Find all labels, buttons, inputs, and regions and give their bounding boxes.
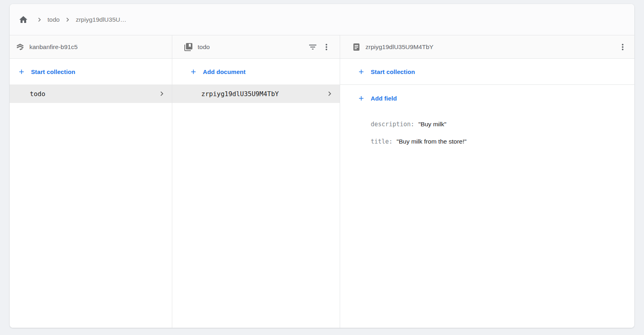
add-document-label: Add document: [203, 68, 246, 75]
document-icon: [351, 42, 361, 52]
database-panel: kanbanfire-b91c5 Start collection todo: [10, 35, 172, 328]
collection-title: todo: [198, 43, 210, 51]
field-name: description:: [371, 121, 414, 128]
field-row-description[interactable]: description: "Buy milk": [371, 115, 625, 133]
filter-icon[interactable]: [306, 40, 320, 54]
breadcrumb-item-document[interactable]: zrpiyg19dlU35U…: [76, 16, 126, 23]
more-vert-icon[interactable]: [616, 40, 630, 54]
more-vert-icon[interactable]: [320, 40, 333, 54]
add-field-label: Add field: [371, 95, 397, 102]
document-panel-header: zrpiyg19dlU35U9M4TbY: [340, 35, 634, 59]
chevron-right-icon: [35, 16, 43, 24]
firestore-database-icon: [15, 42, 25, 52]
database-title: kanbanfire-b91c5: [29, 43, 78, 51]
document-item-label: zrpiyg19dlU35U9M4TbY: [201, 90, 325, 98]
firestore-data-viewer-card: todo zrpiyg19dlU35U… kanbanfire-b91c5: [10, 4, 634, 328]
field-value: "Buy milk": [418, 121, 446, 128]
chevron-right-icon: [64, 16, 72, 24]
panels-container: kanbanfire-b91c5 Start collection todo: [10, 35, 634, 328]
collection-list-item-todo[interactable]: todo: [10, 84, 172, 103]
breadcrumb: todo zrpiyg19dlU35U…: [10, 4, 634, 35]
document-panel: zrpiyg19dlU35U9M4TbY Start collection Ad…: [340, 35, 634, 328]
start-collection-button[interactable]: Start collection: [10, 59, 172, 84]
add-field-button[interactable]: Add field: [340, 85, 634, 111]
collection-bookmark-icon: [184, 42, 193, 52]
doc-start-collection-button[interactable]: Start collection: [340, 59, 634, 85]
add-icon: [357, 95, 365, 102]
add-document-button[interactable]: Add document: [172, 59, 340, 84]
breadcrumb-item-collection[interactable]: todo: [47, 16, 60, 23]
add-icon: [190, 68, 197, 76]
collection-panel-header: todo: [172, 35, 340, 59]
field-list: description: "Buy milk" title: "Buy milk…: [340, 111, 634, 150]
start-collection-label: Start collection: [31, 68, 75, 75]
doc-start-collection-label: Start collection: [371, 68, 415, 75]
field-value: "Buy milk from the store!": [396, 138, 466, 145]
add-icon: [357, 68, 365, 76]
home-icon[interactable]: [19, 15, 28, 25]
document-title: zrpiyg19dlU35U9M4TbY: [365, 43, 433, 51]
collection-item-label: todo: [30, 90, 157, 98]
chevron-right-icon: [157, 89, 166, 98]
chevron-right-icon: [325, 89, 334, 98]
field-name: title:: [371, 138, 392, 145]
field-row-title[interactable]: title: "Buy milk from the store!": [371, 133, 625, 150]
document-list-item[interactable]: zrpiyg19dlU35U9M4TbY: [172, 84, 340, 103]
collection-panel: todo Add document zrpiyg19dlU35U9M4TbY: [172, 35, 340, 328]
add-icon: [18, 68, 25, 76]
database-panel-header: kanbanfire-b91c5: [10, 35, 172, 59]
